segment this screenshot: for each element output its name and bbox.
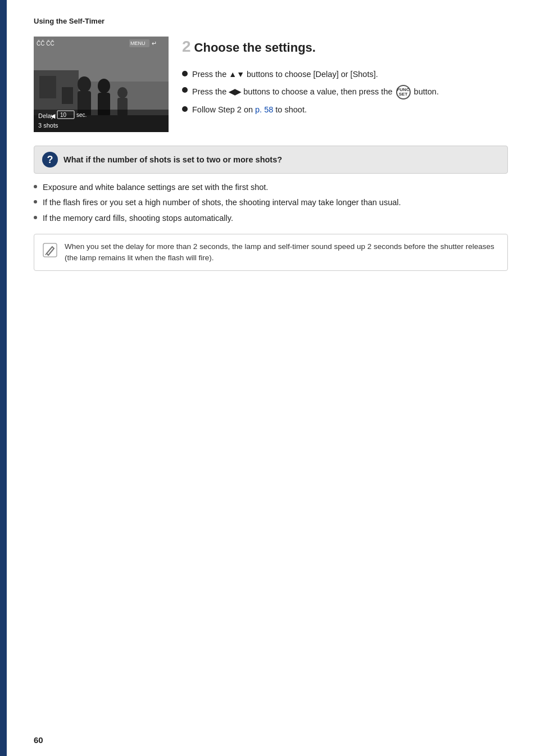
- svg-text:MENU: MENU: [130, 40, 146, 46]
- func-set-button: FUNCSET: [396, 85, 411, 99]
- svg-point-10: [117, 87, 128, 98]
- bullet-1-text: Press the ▲▼ buttons to choose [Delay] o…: [192, 69, 378, 80]
- bullet-dot-2: [182, 87, 188, 93]
- step-number: 2: [182, 39, 191, 55]
- info-bullet-3: If the memory card fills, shooting stops…: [34, 212, 508, 224]
- svg-text:10: 10: [60, 112, 67, 118]
- svg-point-6: [78, 76, 91, 92]
- svg-rect-5: [62, 87, 73, 104]
- info-dot-3: [34, 216, 37, 219]
- pencil-note-icon: [42, 242, 58, 258]
- info-text-1: Exposure and white balance settings are …: [43, 182, 268, 193]
- page-number: 60: [34, 735, 43, 745]
- left-right-arrows: ◀▶: [229, 87, 241, 96]
- bullet-2-text: Press the ◀▶ buttons to choose a value, …: [192, 85, 439, 99]
- question-box: ? What if the number of shots is set to …: [34, 146, 508, 174]
- info-dot-1: [34, 185, 37, 188]
- question-icon: ?: [42, 152, 58, 168]
- svg-line-25: [47, 247, 52, 253]
- svg-text:sec.: sec.: [76, 112, 87, 118]
- bullet-dot-3: [182, 106, 188, 112]
- section-title: Using the Self-Timer: [34, 17, 508, 25]
- svg-rect-4: [39, 76, 56, 98]
- note-box: When you set the delay for more than 2 s…: [34, 234, 508, 271]
- info-text-3: If the memory card fills, shooting stops…: [43, 212, 233, 224]
- svg-text:◀: ◀: [51, 112, 56, 119]
- camera-screenshot: ČČ ČČ MENU ↵ Delay 10 sec. 3 shots ◀: [34, 37, 169, 132]
- step-heading: Choose the settings.: [194, 40, 316, 55]
- bullet-dot-1: [182, 71, 188, 76]
- note-text: When you set the delay for more than 2 s…: [65, 241, 499, 264]
- info-dot-2: [34, 200, 37, 203]
- bullet-3-text: Follow Step 2 on p. 58 to shoot.: [192, 104, 307, 115]
- info-bullet-2: If the flash fires or you set a high num…: [34, 197, 508, 208]
- svg-point-8: [98, 79, 110, 93]
- bullet-2: Press the ◀▶ buttons to choose a value, …: [182, 85, 508, 99]
- svg-line-28: [48, 248, 54, 255]
- bullet-1: Press the ▲▼ buttons to choose [Delay] o…: [182, 69, 508, 80]
- svg-text:↵: ↵: [152, 40, 157, 47]
- step2-bullets: Press the ▲▼ buttons to choose [Delay] o…: [182, 69, 508, 115]
- svg-line-29: [46, 253, 47, 255]
- question-text: What if the number of shots is set to tw…: [63, 155, 282, 164]
- page-link[interactable]: p. 58: [255, 105, 273, 114]
- info-bullets-list: Exposure and white balance settings are …: [34, 182, 508, 224]
- left-border-bar: [0, 0, 7, 756]
- info-text-2: If the flash fires or you set a high num…: [43, 197, 401, 208]
- bullet-3: Follow Step 2 on p. 58 to shoot.: [182, 104, 508, 115]
- svg-text:3  shots: 3 shots: [38, 122, 58, 129]
- step2-content: 2 Choose the settings. Press the ▲▼ butt…: [182, 37, 508, 120]
- svg-text:ČČ ČČ: ČČ ČČ: [37, 40, 54, 47]
- step2-section: ČČ ČČ MENU ↵ Delay 10 sec. 3 shots ◀: [34, 37, 508, 132]
- info-bullet-1: Exposure and white balance settings are …: [34, 182, 508, 193]
- up-down-arrows: ▲▼: [229, 70, 244, 79]
- page: Using the Self-Timer: [0, 0, 536, 756]
